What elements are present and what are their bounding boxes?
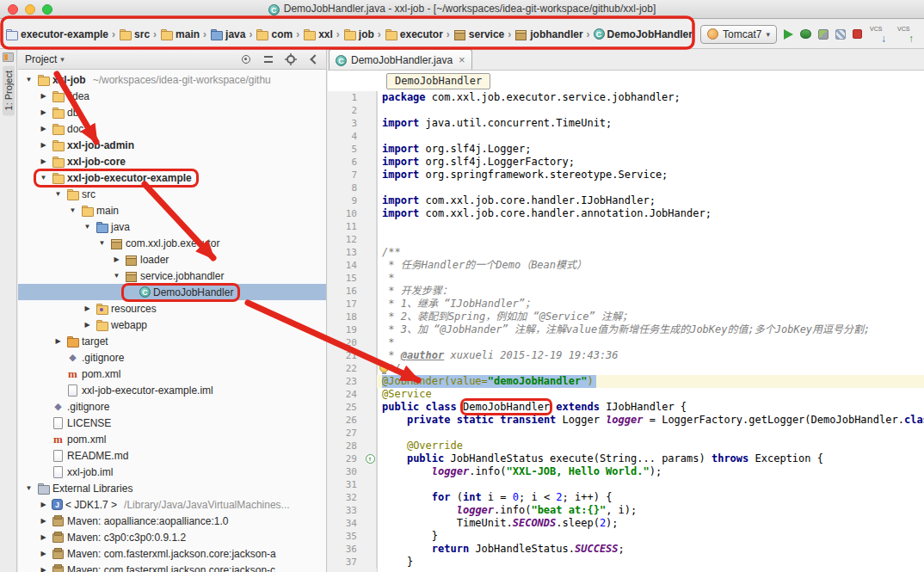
code-line-13[interactable]: 13/** — [328, 246, 924, 259]
expand-arrow-icon[interactable]: ▶ — [38, 517, 49, 525]
code-line-15[interactable]: 15 * — [328, 272, 924, 285]
expand-arrow-icon[interactable]: ▶ — [38, 108, 49, 116]
code-line-2[interactable]: 2 — [328, 104, 924, 117]
code-line-26[interactable]: 26 private static transient Logger logge… — [328, 414, 924, 427]
project-tool-window-icon[interactable] — [3, 52, 14, 62]
file-breadcrumb-chip[interactable]: DemoJobHandler — [386, 73, 490, 89]
code-line-22[interactable]: 22 */ — [328, 362, 924, 375]
tree-item-xxl-job[interactable]: ▼xxl-job~/workspaces/idea-git-workspace/… — [18, 71, 326, 88]
code-line-7[interactable]: 7import org.springframework.stereotype.S… — [328, 169, 924, 181]
code-line-37[interactable]: 37 } — [328, 556, 924, 569]
expand-arrow-icon[interactable]: ▶ — [38, 566, 49, 572]
tree-item-main[interactable]: ▼main — [18, 202, 326, 218]
code-line-24[interactable]: 24@Service — [328, 388, 924, 401]
expand-arrow-icon[interactable]: ▶ — [111, 255, 122, 263]
tree-item-target[interactable]: ▶target — [18, 333, 326, 349]
close-window-button[interactable] — [8, 4, 18, 15]
tree-item-xxl-job.iml[interactable]: xxl-job.iml — [18, 464, 326, 480]
expand-arrow-icon[interactable]: ▶ — [38, 550, 49, 557]
code-line-12[interactable]: 12 — [328, 233, 924, 246]
tree-item-loader[interactable]: ▶loader — [18, 251, 326, 268]
profiler-button[interactable] — [835, 29, 846, 40]
tree-item-.gitignore[interactable]: ◆.gitignore — [18, 349, 326, 366]
tree-item-maven-com.fasterxml.jackson.core-jackson-a[interactable]: ▶Maven: com.fasterxml.jackson.core:jacks… — [18, 545, 326, 562]
breadcrumb-item-main[interactable]: main — [158, 27, 201, 42]
tree-item--jdk1.7-[interactable]: ▶J< JDK1.7 >/Library/Java/JavaVirtualMac… — [18, 496, 326, 513]
code-line-28[interactable]: 28 @Override — [328, 440, 924, 452]
code-line-30[interactable]: 30 logger.info("XXL-JOB, Hello World."); — [328, 465, 924, 478]
tree-item-db[interactable]: ▶db — [18, 104, 326, 120]
expand-arrow-icon[interactable]: ▼ — [82, 223, 93, 231]
expand-arrow-icon[interactable]: ▶ — [38, 501, 49, 508]
code-line-21[interactable]: 21 * @author xuxueli 2015-12-19 19:43:36 — [328, 349, 924, 362]
expand-arrow-icon[interactable]: ▼ — [67, 206, 78, 214]
tree-item-xxl-job-executor-example.iml[interactable]: xxl-job-executor-example.iml — [18, 382, 326, 398]
tree-item-.gitignore[interactable]: ◆.gitignore — [18, 398, 326, 415]
tree-item-xxl-job-core[interactable]: ▶xxl-job-core — [18, 153, 326, 169]
expand-arrow-icon[interactable]: ▼ — [23, 76, 34, 83]
stop-button[interactable] — [853, 29, 862, 39]
tree-item-java[interactable]: ▼java — [18, 218, 326, 235]
code-line-20[interactable]: 20 * — [328, 336, 924, 349]
expand-arrow-icon[interactable]: ▶ — [82, 321, 93, 329]
intention-bulb-icon[interactable] — [379, 363, 389, 372]
code-line-14[interactable]: 14 * 任务Handler的一个Demo（Bean模式） — [328, 259, 924, 272]
tree-item-xxl-job-executor-example[interactable]: ▼xxl-job-executor-example — [18, 169, 326, 186]
tree-item-maven-aopalliance-aopalliance-1.0[interactable]: ▶Maven: aopalliance:aopalliance:1.0 — [18, 513, 326, 529]
breadcrumb-item-demojobhandler[interactable]: CDemoJobHandler — [592, 27, 694, 42]
tree-item-src[interactable]: ▼src — [18, 186, 326, 202]
expand-arrow-icon[interactable]: ▼ — [38, 174, 49, 181]
code-line-1[interactable]: 1package com.xxl.job.executor.service.jo… — [328, 91, 924, 104]
breadcrumb-item-executor-example[interactable]: executor-example — [3, 27, 110, 42]
code-line-4[interactable]: 4 — [328, 130, 924, 143]
tree-item-external-libraries[interactable]: ▼External Libraries — [18, 480, 326, 496]
tree-item-pom.xml[interactable]: mpom.xml — [18, 366, 326, 382]
tree-item-resources[interactable]: ▶resources — [18, 300, 326, 317]
code-line-10[interactable]: 10import com.xxl.job.core.handler.annota… — [328, 207, 924, 220]
tree-item-pom.xml[interactable]: mpom.xml — [18, 431, 326, 447]
breadcrumb-item-java[interactable]: java — [208, 27, 247, 42]
expand-arrow-icon[interactable]: ▼ — [23, 484, 34, 492]
tree-item-service.jobhandler[interactable]: ▼service.jobhandler — [18, 268, 326, 284]
tree-item-webapp[interactable]: ▶webapp — [18, 317, 326, 333]
panel-title[interactable]: Project — [25, 53, 57, 65]
code-line-29[interactable]: 29↑ public JobHandleStatus execute(Strin… — [328, 452, 924, 465]
code-area[interactable]: 1package com.xxl.job.executor.service.jo… — [328, 91, 924, 572]
code-line-8[interactable]: 8 — [328, 181, 924, 194]
minimize-window-button[interactable] — [25, 4, 35, 15]
tree-item-doc[interactable]: ▶doc — [18, 120, 326, 137]
hide-panel-icon[interactable] — [304, 52, 323, 67]
coverage-button[interactable] — [818, 29, 829, 40]
code-line-36[interactable]: 36 return JobHandleStatus.SUCCESS; — [328, 543, 924, 556]
tree-item-license[interactable]: LICENSE — [18, 415, 326, 431]
breadcrumb-item-src[interactable]: src — [117, 27, 151, 42]
zoom-window-button[interactable] — [42, 4, 52, 15]
tree-item-demojobhandler[interactable]: CDemoJobHandler — [18, 284, 326, 300]
code-line-17[interactable]: 17 * 1、继承 “IJobHandler”； — [328, 298, 924, 311]
breadcrumb-item-executor[interactable]: executor — [383, 27, 445, 42]
expand-arrow-icon[interactable]: ▶ — [38, 533, 49, 541]
tree-item-xxl-job-admin[interactable]: ▶xxl-job-admin — [18, 137, 326, 153]
code-line-18[interactable]: 18 * 2、装配到Spring，例如加 “@Service” 注解； — [328, 311, 924, 323]
expand-arrow-icon[interactable]: ▼ — [111, 272, 122, 280]
locate-icon[interactable] — [237, 52, 256, 67]
expand-arrow-icon[interactable]: ▶ — [38, 157, 49, 165]
tree-item-readme.md[interactable]: README.md — [18, 447, 326, 464]
code-line-6[interactable]: 6import org.slf4j.LoggerFactory; — [328, 156, 924, 169]
breadcrumb-item-service[interactable]: service — [452, 27, 506, 42]
run-config-selector[interactable]: Tomcat7 ▾ — [700, 25, 777, 44]
expand-arrow-icon[interactable]: ▶ — [38, 92, 49, 100]
breadcrumb-item-com[interactable]: com — [254, 27, 294, 42]
override-marker-icon[interactable]: ↑ — [364, 452, 377, 465]
code-line-27[interactable]: 27 — [328, 427, 924, 440]
close-tab-icon[interactable]: × — [459, 53, 465, 66]
code-line-33[interactable]: 33 logger.info("beat at:{}", i); — [328, 504, 924, 517]
expand-arrow-icon[interactable]: ▼ — [52, 190, 64, 198]
collapse-all-icon[interactable] — [259, 52, 278, 67]
chevron-down-icon[interactable]: ▾ — [60, 55, 65, 64]
tab-demojobhandler-java[interactable]: C DemoJobHandler.java × — [329, 49, 472, 70]
expand-arrow-icon[interactable]: ▶ — [38, 125, 49, 132]
expand-arrow-icon[interactable]: ▼ — [96, 239, 108, 247]
expand-arrow-icon[interactable]: ▶ — [52, 337, 64, 345]
code-line-3[interactable]: 3import java.util.concurrent.TimeUnit; — [328, 117, 924, 130]
